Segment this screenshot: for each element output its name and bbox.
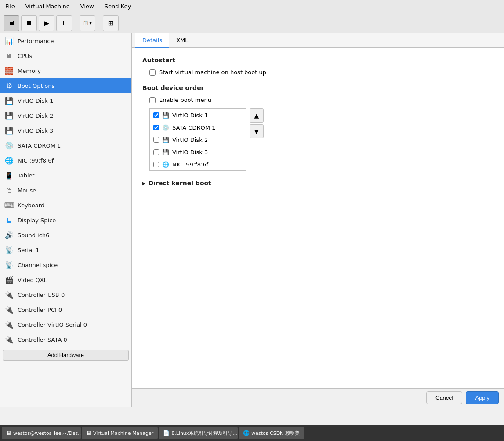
boot-device-icon-1: 💿 xyxy=(162,123,170,131)
boot-device-icon-3: 💾 xyxy=(162,148,170,156)
cancel-button[interactable]: Cancel xyxy=(426,391,462,404)
toolbar-display-btn[interactable]: 🖥 xyxy=(4,15,19,31)
taskbar-label-2: 8.Linux系统引导过程及引导... xyxy=(171,430,237,437)
sidebar-item-virtio-disk-1[interactable]: 💾 VirtIO Disk 1 xyxy=(0,93,131,108)
boot-device-icon-4: 🌐 xyxy=(162,160,170,168)
sidebar-label-serial: Serial 1 xyxy=(18,247,39,253)
menubar: File Virtual Machine View Send Key xyxy=(0,0,504,13)
cpus-icon: 🖥 xyxy=(4,51,14,61)
enable-boot-menu-checkbox[interactable] xyxy=(149,97,156,103)
boot-device-item-0[interactable]: 💾 VirtIO Disk 1 xyxy=(150,109,246,121)
sidebar-item-controller-sata-0[interactable]: 🔌 Controller SATA 0 xyxy=(0,332,131,347)
sidebar-item-virtio-disk-3[interactable]: 💾 VirtIO Disk 3 xyxy=(0,123,131,138)
sidebar-label-keyboard: Keyboard xyxy=(18,202,44,209)
boot-device-arrows: ▲ ▼ xyxy=(250,108,264,171)
boot-device-item-4[interactable]: 🌐 NIC :99:f8:6f xyxy=(150,158,246,170)
menu-virtual-machine[interactable]: Virtual Machine xyxy=(24,2,72,11)
sidebar-item-controller-virtio-serial[interactable]: 🔌 Controller VirtIO Serial 0 xyxy=(0,317,131,332)
sidebar-item-serial-1[interactable]: 📡 Serial 1 xyxy=(0,242,131,257)
boot-device-label-3: VirtIO Disk 3 xyxy=(172,149,208,155)
toolbar-play-btn[interactable]: ▶ xyxy=(39,15,54,31)
sidebar: 📊 Performance 🖥 CPUs 🧱 Memory ⚙ Boot Opt… xyxy=(0,33,132,407)
boot-device-down-btn[interactable]: ▼ xyxy=(250,124,264,138)
sidebar-label-performance: Performance xyxy=(18,38,54,44)
boot-options-icon: ⚙ xyxy=(4,81,14,90)
sidebar-item-sound[interactable]: 🔊 Sound ich6 xyxy=(0,228,131,242)
main-layout: 📊 Performance 🖥 CPUs 🧱 Memory ⚙ Boot Opt… xyxy=(0,33,504,407)
sidebar-label-boot-options: Boot Options xyxy=(18,83,54,89)
sidebar-item-keyboard[interactable]: ⌨ Keyboard xyxy=(0,198,131,213)
boot-device-up-btn[interactable]: ▲ xyxy=(250,108,264,123)
tab-bar: Details XML xyxy=(132,33,504,48)
boot-device-list: 💾 VirtIO Disk 1 💿 SATA CDROM 1 💾 VirtIO … xyxy=(149,108,246,171)
sidebar-item-boot-options[interactable]: ⚙ Boot Options xyxy=(0,78,131,93)
content-body: Autostart Start virtual machine on host … xyxy=(132,48,504,388)
taskbar-icon-2: 📄 xyxy=(163,430,170,436)
sound-icon: 🔊 xyxy=(4,230,14,240)
performance-icon: 📊 xyxy=(4,36,14,46)
nic-icon: 🌐 xyxy=(4,155,14,165)
enable-boot-menu-label: Enable boot menu xyxy=(159,97,211,103)
tablet-icon: 📱 xyxy=(4,170,14,180)
memory-icon: 🧱 xyxy=(4,66,14,76)
boot-device-checkbox-2[interactable] xyxy=(153,137,159,143)
sidebar-item-tablet[interactable]: 📱 Tablet xyxy=(0,168,131,183)
boot-device-item-2[interactable]: 💾 VirtIO Disk 2 xyxy=(150,134,246,146)
controller-virtio-serial-icon: 🔌 xyxy=(4,320,14,329)
sidebar-item-sata-cdrom-1[interactable]: 💿 SATA CDROM 1 xyxy=(0,138,131,153)
sidebar-item-channel-spice[interactable]: 📡 Channel spice xyxy=(0,257,131,272)
serial-icon: 📡 xyxy=(4,245,14,255)
sidebar-item-mouse[interactable]: 🖱 Mouse xyxy=(0,183,131,198)
taskbar-item-1[interactable]: 🖥 Virtual Machine Manager xyxy=(82,427,158,439)
menu-file[interactable]: File xyxy=(4,2,17,11)
sidebar-item-memory[interactable]: 🧱 Memory xyxy=(0,63,131,78)
sidebar-label-display-spice: Display Spice xyxy=(18,217,56,224)
boot-device-checkbox-4[interactable] xyxy=(153,162,159,167)
add-hardware-bar: Add Hardware xyxy=(0,347,131,363)
sidebar-label-controller-sata: Controller SATA 0 xyxy=(18,336,67,343)
toolbar-snapshot-btn[interactable]: 📋 ▼ xyxy=(80,15,95,31)
boot-device-item-3[interactable]: 💾 VirtIO Disk 3 xyxy=(150,146,246,158)
autostart-checkbox-row: Start virtual machine on host boot up xyxy=(149,69,493,76)
boot-device-label-1: SATA CDROM 1 xyxy=(172,124,215,131)
direct-kernel-boot-header[interactable]: ▶ Direct kernel boot xyxy=(142,176,493,190)
boot-device-checkbox-0[interactable] xyxy=(153,112,159,118)
autostart-checkbox[interactable] xyxy=(149,69,156,76)
sidebar-item-nic[interactable]: 🌐 NIC :99:f8:6f xyxy=(0,153,131,168)
virtio-disk-2-icon: 💾 xyxy=(4,111,14,120)
boot-device-container: 💾 VirtIO Disk 1 💿 SATA CDROM 1 💾 VirtIO … xyxy=(149,108,493,171)
boot-device-checkbox-3[interactable] xyxy=(153,149,159,155)
sidebar-label-mouse: Mouse xyxy=(18,187,36,194)
boot-device-item-1[interactable]: 💿 SATA CDROM 1 xyxy=(150,121,246,134)
autostart-title: Autostart xyxy=(142,57,493,64)
apply-button[interactable]: Apply xyxy=(466,391,499,404)
sidebar-item-cpus[interactable]: 🖥 CPUs xyxy=(0,48,131,63)
taskbar-label-1: Virtual Machine Manager xyxy=(93,430,153,436)
video-qxl-icon: 🎬 xyxy=(4,275,14,285)
tab-xml[interactable]: XML xyxy=(169,33,195,48)
toolbar-power-btn[interactable]: ⏹ xyxy=(21,15,37,31)
tab-details[interactable]: Details xyxy=(135,33,169,48)
sidebar-item-controller-pci-0[interactable]: 🔌 Controller PCI 0 xyxy=(0,302,131,317)
sidebar-item-display-spice[interactable]: 🖥 Display Spice xyxy=(0,213,131,228)
sidebar-item-controller-usb-0[interactable]: 🔌 Controller USB 0 xyxy=(0,287,131,302)
sidebar-item-virtio-disk-2[interactable]: 💾 VirtIO Disk 2 xyxy=(0,108,131,123)
menu-view[interactable]: View xyxy=(79,2,96,11)
menu-send-key[interactable]: Send Key xyxy=(103,2,133,11)
boot-device-checkbox-1[interactable] xyxy=(153,125,159,130)
controller-usb-icon: 🔌 xyxy=(4,290,14,300)
toolbar-fullscreen-btn[interactable]: ⊞ xyxy=(103,15,119,31)
toolbar-separator-2 xyxy=(99,17,99,29)
taskbar-icon-1: 🖥 xyxy=(86,430,91,436)
sidebar-label-memory: Memory xyxy=(18,68,41,74)
taskbar-item-2[interactable]: 📄 8.Linux系统引导过程及引导... xyxy=(159,427,238,439)
toolbar-pause-btn[interactable]: ⏸ xyxy=(56,15,72,31)
taskbar-item-0[interactable]: 🖥 westos@westos_lee:~/Des... xyxy=(2,427,81,439)
sidebar-label-sata-cdrom: SATA CDROM 1 xyxy=(18,142,61,149)
sidebar-item-video-qxl[interactable]: 🎬 Video QXL xyxy=(0,272,131,287)
add-hardware-button[interactable]: Add Hardware xyxy=(3,350,129,361)
taskbar-item-3[interactable]: 🌐 westos CSDN-赖明美 xyxy=(239,427,304,439)
sidebar-item-performance[interactable]: 📊 Performance xyxy=(0,33,131,48)
controller-pci-icon: 🔌 xyxy=(4,305,14,314)
sidebar-label-controller-pci: Controller PCI 0 xyxy=(18,307,62,313)
